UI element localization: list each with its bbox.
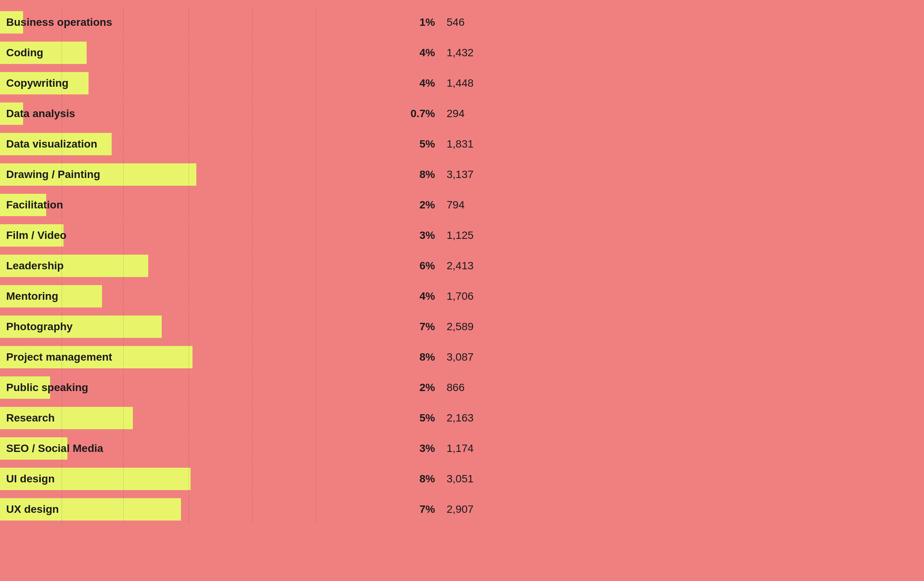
stats-section: 4%1,432 (377, 47, 485, 59)
bar-section: Photography (0, 312, 377, 341)
chart-row: Research5%2,163 (0, 403, 924, 432)
chart-row: Mentoring4%1,706 (0, 282, 924, 311)
stats-section: 3%1,174 (377, 442, 485, 455)
percentage: 0.7% (408, 107, 435, 120)
bar: Research (0, 407, 133, 429)
stats-section: 8%3,051 (377, 473, 485, 485)
stats-section: 3%1,125 (377, 229, 485, 242)
bar-section: Facilitation (0, 190, 377, 219)
bar: Coding (0, 42, 87, 64)
percentage: 4% (408, 47, 435, 59)
stats-section: 4%1,448 (377, 77, 485, 89)
count: 546 (447, 16, 477, 29)
bar-label: Copywriting (6, 77, 69, 89)
count: 2,589 (447, 321, 477, 333)
bar-label: Public speaking (6, 381, 88, 394)
stats-section: 5%1,831 (377, 138, 485, 150)
stats-section: 4%1,706 (377, 290, 485, 302)
bar: Copywriting (0, 72, 89, 94)
bar-section: Drawing / Painting (0, 160, 377, 189)
bar-label: Business operations (6, 16, 112, 29)
percentage: 8% (408, 351, 435, 363)
bar-label: Project management (6, 351, 112, 363)
percentage: 8% (408, 168, 435, 181)
bar-section: SEO / Social Media (0, 434, 377, 463)
bar: UX design (0, 498, 181, 521)
bar-section: Research (0, 403, 377, 432)
percentage: 4% (408, 290, 435, 302)
bar-label: Data analysis (6, 107, 75, 120)
chart-row: Copywriting4%1,448 (0, 69, 924, 97)
bar-section: UI design (0, 464, 377, 493)
bar-label: Drawing / Painting (6, 168, 100, 181)
bar-label: Research (6, 412, 55, 424)
bar: SEO / Social Media (0, 437, 67, 460)
percentage: 5% (408, 138, 435, 150)
count: 2,163 (447, 412, 477, 424)
bar-section: Data visualization (0, 129, 377, 158)
bar-section: Data analysis (0, 99, 377, 128)
count: 2,907 (447, 503, 477, 516)
bar-label: Leadership (6, 260, 64, 272)
bar-section: Business operations (0, 8, 377, 37)
bar-section: Public speaking (0, 373, 377, 402)
count: 3,087 (447, 351, 477, 363)
bar: Photography (0, 316, 162, 338)
bar-label: UX design (6, 503, 59, 516)
bar: Drawing / Painting (0, 163, 196, 186)
chart-row: UX design7%2,907 (0, 495, 924, 524)
percentage: 5% (408, 412, 435, 424)
stats-section: 8%3,087 (377, 351, 485, 363)
chart-row: Data visualization5%1,831 (0, 129, 924, 158)
chart-row: Coding4%1,432 (0, 38, 924, 67)
bar-section: Copywriting (0, 69, 377, 97)
bar-label: Film / Video (6, 229, 67, 242)
bar: Business operations (0, 11, 23, 34)
chart-row: Facilitation2%794 (0, 190, 924, 219)
stats-section: 0.7%294 (377, 107, 485, 120)
chart-row: Public speaking2%866 (0, 373, 924, 402)
stats-section: 7%2,589 (377, 321, 485, 333)
bar: Leadership (0, 255, 148, 277)
count: 1,432 (447, 47, 477, 59)
bar-label: Mentoring (6, 290, 58, 302)
count: 1,706 (447, 290, 477, 302)
chart-row: Photography7%2,589 (0, 312, 924, 341)
count: 294 (447, 107, 477, 120)
bar: Film / Video (0, 224, 64, 247)
bar-section: Film / Video (0, 221, 377, 250)
count: 1,125 (447, 229, 477, 242)
stats-section: 6%2,413 (377, 260, 485, 272)
count: 3,051 (447, 473, 477, 485)
bar-label: Photography (6, 321, 73, 333)
bar: Mentoring (0, 285, 102, 307)
chart-row: SEO / Social Media3%1,174 (0, 434, 924, 463)
chart-row: Project management8%3,087 (0, 343, 924, 371)
bar-section: Mentoring (0, 282, 377, 311)
bar: Data visualization (0, 133, 112, 155)
percentage: 2% (408, 199, 435, 211)
count: 3,137 (447, 168, 477, 181)
percentage: 7% (408, 503, 435, 516)
bar-section: Coding (0, 38, 377, 67)
bar-label: Data visualization (6, 138, 97, 150)
bar: Data analysis (0, 102, 23, 125)
chart-container: Business operations1%546Coding4%1,432Cop… (0, 0, 924, 533)
count: 1,174 (447, 442, 477, 455)
bar: Public speaking (0, 376, 50, 399)
count: 794 (447, 199, 477, 211)
count: 1,831 (447, 138, 477, 150)
percentage: 8% (408, 473, 435, 485)
chart-row: Leadership6%2,413 (0, 251, 924, 280)
chart-row: Data analysis0.7%294 (0, 99, 924, 128)
percentage: 6% (408, 260, 435, 272)
stats-section: 7%2,907 (377, 503, 485, 516)
count: 2,413 (447, 260, 477, 272)
percentage: 7% (408, 321, 435, 333)
bar-section: UX design (0, 495, 377, 524)
count: 866 (447, 381, 477, 394)
percentage: 4% (408, 77, 435, 89)
percentage: 1% (408, 16, 435, 29)
bar: UI design (0, 468, 191, 490)
bar-section: Project management (0, 343, 377, 371)
